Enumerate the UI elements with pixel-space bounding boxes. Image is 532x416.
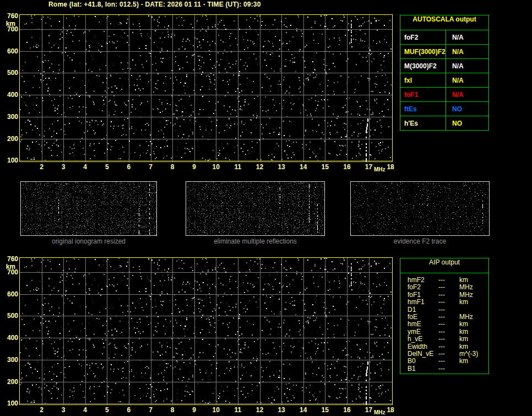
x-tick-label: 4 — [83, 163, 87, 171]
x-tick-label: 7 — [149, 406, 153, 414]
param-unit — [459, 306, 488, 314]
thumbnail-caption-evidence: evidence F2 trace — [350, 237, 490, 245]
y-tick-label: 100 — [0, 156, 18, 164]
param-value: --- — [438, 291, 459, 299]
table-row: foF2 N/A — [400, 30, 488, 45]
param-label: Ewidth — [408, 343, 438, 350]
y-tick-label: 300 — [0, 113, 18, 121]
table-row: h_vE---km — [400, 335, 488, 342]
table-row: hmF1---km — [400, 298, 488, 305]
param-value: N/A — [446, 73, 488, 87]
y-tick-label: 200 — [0, 135, 18, 143]
param-unit: MHz — [459, 313, 488, 321]
param-unit — [459, 365, 488, 372]
x-tick-label: 15 — [322, 163, 329, 171]
param-value: --- — [438, 365, 459, 372]
thumbnail-caption-original: original ionogram resized — [20, 237, 157, 245]
x-tick-label: 17 — [365, 163, 372, 171]
x-tick-label: 4 — [83, 406, 87, 414]
table-row: ymE---km — [400, 328, 488, 335]
param-label: h'Es — [400, 116, 446, 130]
table-row: foF2---MHz — [400, 283, 488, 290]
param-value: --- — [438, 320, 459, 328]
param-value: --- — [438, 298, 459, 306]
param-value: --- — [438, 335, 459, 343]
param-label: D1 — [408, 306, 438, 314]
y-tick-label: 600 — [0, 47, 18, 55]
x-tick-label: 12 — [256, 406, 263, 414]
param-unit: km — [459, 335, 488, 343]
y-tick-label: 100 — [0, 399, 18, 407]
x-axis-unit: MHz — [374, 409, 386, 415]
x-axis-unit: MHz — [374, 166, 386, 172]
x-tick-label: 16 — [343, 163, 350, 171]
param-value: N/A — [446, 88, 488, 101]
x-tick-label: 15 — [322, 406, 329, 414]
x-tick-label: 11 — [235, 406, 242, 414]
thumbnail-canvas-reflections — [186, 182, 324, 235]
table-row: hmE---km — [400, 320, 488, 327]
table-row: MUF(3000)F2 N/A — [400, 45, 488, 59]
y-tick-label: 760 — [0, 255, 18, 263]
param-value: NO — [446, 102, 488, 116]
table-row: ftEs NO — [400, 102, 488, 116]
thumbnail-caption-reflections: eliminate multiple reflections — [186, 237, 325, 245]
param-unit: km — [459, 320, 488, 328]
y-tick-label: 400 — [0, 91, 18, 99]
table-row: B0---km — [400, 357, 488, 364]
param-label: foF2 — [400, 30, 446, 44]
param-unit: km — [459, 276, 488, 284]
param-value: --- — [438, 350, 459, 358]
param-unit: MHz — [459, 291, 488, 299]
x-tick-label: 9 — [192, 406, 196, 414]
param-label: B0 — [408, 357, 438, 365]
x-tick-label: 18 — [387, 163, 394, 171]
table-row: B1--- — [400, 365, 488, 372]
ionogram-plot-bottom — [19, 257, 393, 405]
thumbnail-evidence-f2 — [350, 181, 490, 236]
y-tick-label: 300 — [0, 356, 18, 364]
y-tick-label: 500 — [0, 69, 18, 77]
param-value: NO — [446, 116, 488, 130]
table-row: D1--- — [400, 306, 488, 313]
x-tick-label: 13 — [278, 406, 285, 414]
param-unit: m^(-3) — [459, 350, 488, 358]
x-tick-label: 18 — [387, 406, 394, 414]
y-tick-label: 200 — [0, 378, 18, 386]
ionogram-canvas-top — [20, 15, 392, 161]
table-row: foF1---MHz — [400, 291, 488, 298]
param-label: hmE — [408, 320, 438, 328]
thumbnail-canvas-evidence — [351, 182, 489, 235]
x-tick-label: 17 — [365, 406, 372, 414]
param-label: foF1 — [408, 291, 438, 299]
param-value: N/A — [446, 30, 488, 44]
param-label: DelN_vE — [408, 350, 438, 358]
x-tick-label: 8 — [171, 163, 175, 171]
thumbnail-original-ionogram — [20, 181, 157, 236]
param-unit: km — [459, 343, 488, 350]
autoscala-output-table: AUTOSCALA output foF2 N/A MUF(3000)F2 N/… — [400, 15, 489, 131]
table-row: hmF2---km — [400, 276, 488, 283]
param-unit: MHz — [459, 283, 488, 291]
x-tick-label: 16 — [343, 406, 350, 414]
param-label: h_vE — [408, 335, 438, 343]
param-label: ymE — [408, 328, 438, 336]
param-value: N/A — [446, 45, 488, 58]
table-row: foF1 N/A — [400, 88, 488, 102]
thumbnail-canvas-original — [21, 182, 156, 235]
x-tick-label: 2 — [40, 163, 44, 171]
y-tick-label: 760 — [0, 12, 18, 20]
ionogram-canvas-bottom — [20, 258, 392, 404]
x-tick-label: 14 — [300, 406, 307, 414]
param-label: B1 — [408, 365, 438, 372]
x-tick-label: 5 — [105, 406, 109, 414]
x-tick-label: 3 — [62, 406, 66, 414]
x-tick-label: 11 — [235, 163, 242, 171]
param-value: --- — [438, 343, 459, 350]
y-tick-label: 400 — [0, 334, 18, 342]
param-value: --- — [438, 357, 459, 365]
thumbnail-eliminate-reflections — [186, 181, 325, 236]
x-tick-label: 10 — [213, 406, 220, 414]
x-tick-label: 6 — [127, 163, 131, 171]
table-row: M(3000)F2 N/A — [400, 59, 488, 73]
